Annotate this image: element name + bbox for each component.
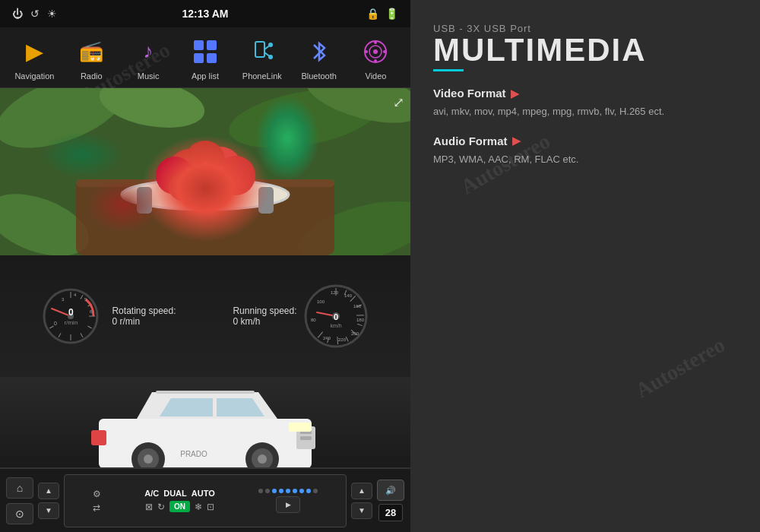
speed-gauge-info: Running speed: 0 km/h	[233, 306, 296, 327]
svg-text:180: 180	[356, 318, 365, 322]
ac-labels: A/C DUAL AUTO ⊠ ↻ ON ❄ ⊡	[144, 489, 214, 512]
up-button[interactable]: ▲	[38, 483, 59, 499]
device-panel: Autostereo Autostereo Autostereo ⏻ ↺ ☀ 1…	[0, 0, 410, 532]
svg-point-9	[373, 49, 378, 54]
bottom-controls: ⌂ ⊙ ▲ ▼ ⚙ ⇄ A/C DUAL AUTO ⊠ ↻	[0, 467, 410, 532]
svg-rect-22	[76, 179, 334, 187]
recirc-icon: ↻	[157, 502, 165, 512]
nav-label-bluetooth: Bluetooth	[301, 71, 336, 81]
svg-text:100: 100	[317, 299, 325, 304]
back-button[interactable]: ⊙	[6, 503, 33, 524]
audio-format-label: Audio Format	[433, 135, 508, 147]
right-up-button[interactable]: ▲	[351, 483, 372, 499]
bluetooth-icon	[308, 39, 331, 65]
car-svg: PRADO	[84, 377, 327, 467]
right-down-button[interactable]: ▼	[351, 502, 372, 519]
svg-point-30	[181, 169, 214, 202]
svg-point-13	[383, 50, 386, 53]
svg-point-94	[258, 454, 267, 464]
svg-rect-83	[99, 419, 312, 468]
ac-label: A/C	[144, 489, 159, 498]
svg-rect-38	[258, 187, 274, 214]
dual-label: DUAL	[163, 489, 187, 498]
status-left-icons: ⏻ ↺ ☀	[12, 8, 57, 20]
home-back-buttons: ⌂ ⊙	[6, 477, 33, 524]
speed-gauge: 80 100 120 140 160 180 200 220 240 0	[302, 282, 370, 350]
dot-6	[293, 489, 297, 493]
nav-label-applist: App list	[192, 71, 219, 81]
svg-point-5	[268, 43, 273, 47]
progress-dots	[258, 489, 318, 493]
auto-label: AUTO	[192, 489, 215, 498]
status-time: 12:13 AM	[182, 8, 229, 20]
status-bar: ⏻ ↺ ☀ 12:13 AM 🔒 🔋	[0, 0, 410, 27]
nav-item-phonelink[interactable]: PhoneLink	[236, 35, 289, 81]
page-button[interactable]: ▶	[276, 496, 300, 513]
nav-item-navigation[interactable]: ▶ Navigation	[8, 35, 61, 81]
fullscreen-icon: ⤢	[393, 94, 404, 111]
svg-point-26	[199, 147, 242, 189]
home-button[interactable]: ⌂	[6, 477, 33, 499]
svg-point-20	[292, 189, 410, 255]
dot-8	[306, 489, 311, 493]
rotating-speed-label: Rotating speed:	[112, 306, 176, 316]
svg-rect-96	[156, 391, 255, 394]
dot-2	[265, 489, 270, 493]
svg-text:PRADO: PRADO	[180, 450, 207, 458]
nav-label-phonelink: PhoneLink	[242, 71, 282, 81]
svg-text:200: 200	[351, 331, 359, 336]
rpm-unit: r/min	[40, 319, 101, 326]
svg-point-32	[169, 173, 196, 201]
info-panel: Autostereo Autostereo USB - 3X USB Port …	[410, 0, 760, 532]
svg-point-29	[216, 156, 255, 195]
left-gauge-group: 0 3 4 5 6 0 r/min Rotating speed: 0 r/mi…	[40, 286, 176, 347]
ac-on-indicator: ON	[169, 501, 190, 512]
dot-3	[272, 489, 277, 493]
navigation-icon: ▶	[26, 38, 43, 65]
svg-rect-86	[300, 436, 312, 440]
svg-point-25	[167, 149, 213, 195]
audio-format-content: MP3, WMA, AAC, RM, FLAC etc.	[433, 152, 737, 167]
video-format-title: Video Format ▶	[433, 87, 737, 100]
audio-arrow-icon: ▶	[512, 135, 521, 147]
svg-rect-88	[91, 430, 106, 445]
nav-item-music[interactable]: ♪ Music	[122, 35, 175, 81]
running-speed-label: Running speed:	[233, 306, 296, 316]
svg-point-36	[209, 164, 217, 172]
svg-point-15	[0, 88, 135, 163]
volume-up-button[interactable]: 🔊	[377, 480, 404, 501]
right-gauge-group: Running speed: 0 km/h	[226, 282, 369, 350]
nav-label-radio: Radio	[81, 71, 103, 81]
fan-icon: ⚙	[93, 489, 101, 499]
dot-1	[258, 489, 263, 493]
svg-point-37	[217, 166, 224, 174]
nav-label-video: Video	[366, 71, 387, 81]
status-right-icons: 🔒 🔋	[366, 8, 398, 20]
nav-item-applist[interactable]: App list	[179, 35, 232, 81]
seat-heat-icon: ⊠	[145, 502, 153, 512]
nav-item-video[interactable]: Video	[349, 35, 402, 81]
raspberry-svg	[0, 88, 410, 255]
svg-rect-3	[207, 53, 217, 63]
nav-item-bluetooth[interactable]: Bluetooth	[293, 35, 346, 81]
svg-rect-2	[194, 53, 204, 63]
svg-point-27	[185, 141, 225, 180]
info-header: USB - 3X USB Port MULTIMEDIA	[433, 23, 737, 71]
ac-bottom-row: ⊠ ↻ ON ❄ ⊡	[145, 501, 214, 512]
audio-format-section: Audio Format ▶ MP3, WMA, AAC, RM, FLAC e…	[433, 135, 737, 167]
svg-point-33	[186, 168, 194, 176]
lock-icon: 🔒	[366, 8, 379, 20]
nav-icons-row: ▶ Navigation 📻 Radio ♪ Music	[0, 27, 410, 88]
refresh-icon: ↺	[30, 8, 40, 20]
down-button[interactable]: ▼	[38, 502, 59, 519]
svg-text:160: 160	[353, 304, 362, 309]
audio-format-title: Audio Format ▶	[433, 135, 737, 147]
svg-text:240: 240	[323, 336, 331, 340]
video-content-area: ⤢	[0, 88, 410, 467]
dot-5	[286, 489, 290, 493]
svg-point-34	[194, 164, 201, 172]
svg-rect-4	[255, 42, 264, 57]
nav-item-radio[interactable]: 📻 Radio	[65, 35, 118, 81]
rpm-gauge: 0 3 4 5 6 0 r/min	[40, 286, 101, 347]
svg-text:0: 0	[333, 312, 337, 321]
